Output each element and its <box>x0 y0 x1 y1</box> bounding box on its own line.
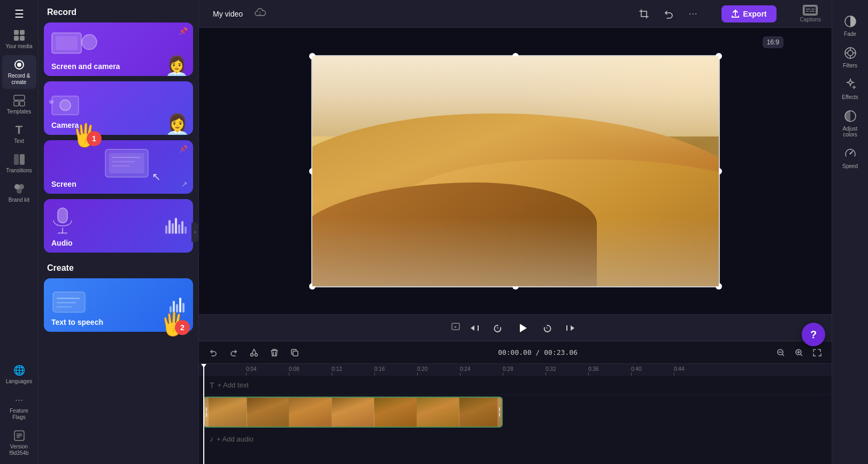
sidebar-item-text[interactable]: T Text <box>2 120 36 148</box>
sidebar-label-feature-flags: FeatureFlags <box>10 408 28 421</box>
captions-button[interactable]: Captions <box>798 3 823 25</box>
svg-rect-6 <box>14 95 25 100</box>
sidebar-item-languages[interactable]: 🌐 Languages <box>2 361 36 388</box>
svg-line-53 <box>254 349 256 354</box>
sidebar-item-your-media[interactable]: Your media <box>2 26 36 53</box>
svg-line-56 <box>782 354 784 356</box>
sidebar-label-record: Record &create <box>8 73 30 86</box>
sidebar-item-feature-flags[interactable]: ··· FeatureFlags <box>2 390 36 424</box>
skip-forward-button[interactable] <box>561 318 580 338</box>
main-area: My video ··· <box>199 0 832 464</box>
add-text-track[interactable]: T + Add text <box>203 376 832 395</box>
screen-and-camera-card[interactable]: 👩‍💼 Screen and camera 📌 <box>44 22 193 76</box>
clip-drag-handle-left[interactable] <box>204 398 209 427</box>
crop-button[interactable] <box>635 5 653 23</box>
top-bar: My video ··· <box>199 0 832 28</box>
feature-flags-icon: ··· <box>13 393 26 406</box>
clip-drag-handle-right[interactable] <box>497 398 502 427</box>
audio-card[interactable]: Audio <box>44 199 193 253</box>
right-tool-filters[interactable]: Filters <box>834 42 866 72</box>
record-icon <box>13 58 26 71</box>
record-panel-title: Record <box>39 0 198 22</box>
svg-rect-10 <box>20 154 25 165</box>
svg-marker-46 <box>520 324 527 332</box>
svg-line-52 <box>252 349 254 354</box>
svg-point-13 <box>17 188 22 194</box>
svg-rect-2 <box>14 36 19 41</box>
export-icon <box>731 10 740 18</box>
screen-label: Screen <box>51 180 76 188</box>
clip-thumb-2 <box>247 398 290 427</box>
brand-kit-icon <box>13 182 26 195</box>
sidebar-item-templates[interactable]: Templates <box>2 91 36 118</box>
svg-point-5 <box>17 63 21 67</box>
right-tool-effects[interactable]: Effects <box>834 74 866 103</box>
svg-rect-37 <box>804 6 816 14</box>
timeline-cut-button[interactable] <box>246 345 262 361</box>
sidebar-label-your-media: Your media <box>5 43 32 50</box>
cloud-icon <box>255 8 266 19</box>
sidebar-item-transitions[interactable]: Transitions <box>2 150 36 177</box>
more-options-button[interactable]: ··· <box>684 5 702 23</box>
rewind-button[interactable]: 5 <box>488 318 508 338</box>
svg-point-50 <box>251 353 254 356</box>
skip-back-button[interactable] <box>465 318 484 338</box>
record-panel: Record 👩‍💼 Screen and camera 📌 👩‍💼 Camer… <box>39 0 199 464</box>
screen-preview-icon <box>451 322 460 332</box>
aspect-ratio-area: 16:9 <box>763 34 783 48</box>
svg-rect-8 <box>20 101 25 106</box>
menu-icon: ☰ <box>13 7 26 20</box>
templates-icon <box>13 94 26 107</box>
sidebar-item-menu[interactable]: ☰ <box>2 4 36 24</box>
video-title-button[interactable]: My video <box>208 6 248 21</box>
camera-card[interactable]: 👩‍💼 Camera <box>44 81 193 135</box>
undo-button[interactable] <box>659 5 678 23</box>
export-button[interactable]: Export <box>721 5 776 22</box>
zoom-in-button[interactable] <box>791 345 807 361</box>
svg-rect-9 <box>14 154 19 165</box>
timeline-redo-button[interactable] <box>226 345 242 361</box>
right-tool-fade[interactable]: Fade <box>834 11 866 40</box>
playback-bar: 5 5 <box>199 314 832 341</box>
add-audio-track[interactable]: ♪ + Add audio <box>203 429 832 448</box>
timeline-undo-button[interactable] <box>205 345 221 361</box>
text-to-speech-card[interactable]: Text to speech <box>44 278 193 332</box>
version-icon <box>13 429 26 442</box>
forward-button[interactable]: 5 <box>537 318 557 338</box>
cut-icon <box>250 348 258 357</box>
sidebar: ☰ Your media Record &create <box>0 0 39 464</box>
sidebar-label-templates: Templates <box>7 109 32 115</box>
camera-label: Camera <box>51 121 79 130</box>
play-button[interactable] <box>512 317 533 339</box>
panel-collapse-button[interactable]: ‹ <box>191 223 199 242</box>
right-tool-speed[interactable]: Speed <box>834 143 866 172</box>
adjust-colors-label: Adjustcolors <box>843 126 858 138</box>
timeline-delete-button[interactable] <box>266 345 282 361</box>
screen-deco <box>103 147 156 181</box>
timeline-zoom-controls <box>773 345 825 361</box>
add-audio-label: + Add audio <box>217 435 254 443</box>
zoom-out-button[interactable] <box>773 345 789 361</box>
video-clip[interactable] <box>203 397 503 428</box>
playhead-ruler-line <box>203 364 204 376</box>
timeline-tracks: T + Add text <box>199 376 832 464</box>
sidebar-label-languages: Languages <box>6 378 33 385</box>
svg-point-64 <box>848 50 853 56</box>
timeline-duplicate-button[interactable] <box>287 345 303 361</box>
right-tool-adjust-colors[interactable]: Adjustcolors <box>834 105 866 141</box>
ruler-mark-0:08: 0:08 <box>289 366 299 372</box>
pin-icon-1: 📌 <box>179 27 188 35</box>
screen-card[interactable]: Screen 📌 ↗ ↖ <box>44 140 193 194</box>
fade-icon <box>843 14 858 29</box>
sidebar-item-brand-kit[interactable]: Brand kit <box>2 179 36 207</box>
duplicate-icon <box>290 348 299 357</box>
add-text-label: + Add text <box>218 381 249 389</box>
preview-left-button[interactable] <box>451 322 460 334</box>
sidebar-item-record[interactable]: Record &create <box>2 55 36 89</box>
timeline-ruler: 0:04 0:08 0:12 0:16 0:20 0:24 0:28 0:32 … <box>199 364 832 376</box>
help-button[interactable]: ? <box>802 323 825 346</box>
timeline-expand-button[interactable] <box>809 345 825 361</box>
delete-icon <box>270 348 279 357</box>
ruler-marks-container: 0:04 0:08 0:12 0:16 0:20 0:24 0:28 0:32 … <box>203 364 827 376</box>
sidebar-item-version[interactable]: Versionf9d354b <box>2 426 36 460</box>
